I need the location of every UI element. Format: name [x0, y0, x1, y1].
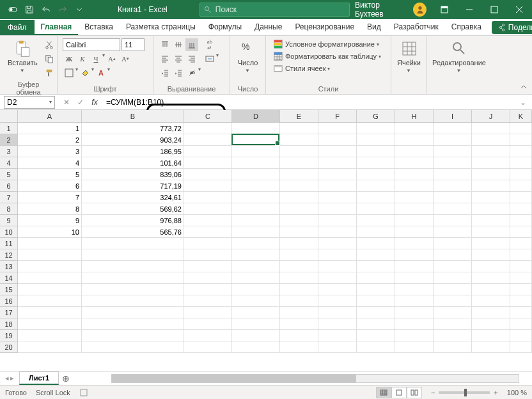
- column-header[interactable]: C: [184, 110, 232, 123]
- cell[interactable]: [318, 157, 357, 169]
- cell[interactable]: 8: [18, 203, 82, 215]
- cell[interactable]: 10: [18, 226, 82, 238]
- cell[interactable]: [434, 341, 472, 353]
- horizontal-scrollbar[interactable]: [111, 374, 519, 383]
- cell[interactable]: [472, 192, 510, 203]
- tab-help[interactable]: Справка: [445, 19, 488, 35]
- normal-view-button[interactable]: [376, 387, 391, 398]
- cell[interactable]: [472, 169, 510, 180]
- redo-button[interactable]: [55, 2, 70, 17]
- decrease-indent-button[interactable]: [159, 66, 171, 79]
- cell[interactable]: [82, 272, 184, 284]
- cell[interactable]: [18, 238, 82, 249]
- cell[interactable]: [472, 226, 510, 238]
- ribbon-display-options[interactable]: [432, 0, 457, 19]
- column-header[interactable]: K: [510, 110, 532, 123]
- cell[interactable]: 6: [18, 180, 82, 192]
- cell[interactable]: [184, 157, 232, 169]
- cell-styles-button[interactable]: Стили ячеек▾: [271, 63, 386, 74]
- row-header[interactable]: 1: [0, 123, 18, 134]
- cell[interactable]: [18, 272, 82, 284]
- cell[interactable]: [395, 261, 434, 272]
- conditional-formatting-button[interactable]: Условное форматирование▾: [271, 38, 386, 50]
- cell[interactable]: [280, 307, 318, 318]
- cell[interactable]: [357, 203, 395, 215]
- cell[interactable]: [510, 284, 532, 295]
- add-sheet-button[interactable]: ⊕: [59, 373, 73, 384]
- insert-function-button[interactable]: fx: [88, 96, 101, 109]
- cell[interactable]: 9: [18, 215, 82, 226]
- row-header[interactable]: 18: [0, 318, 18, 330]
- fill-color-button[interactable]: [79, 66, 91, 79]
- row-header[interactable]: 9: [0, 215, 18, 226]
- cell[interactable]: [510, 238, 532, 249]
- cell[interactable]: [280, 215, 318, 226]
- cell[interactable]: [510, 203, 532, 215]
- cell[interactable]: [434, 146, 472, 157]
- cell[interactable]: [434, 180, 472, 192]
- cell[interactable]: [510, 215, 532, 226]
- sheet-nav-next-icon[interactable]: ▸: [10, 374, 14, 382]
- cell[interactable]: [510, 261, 532, 272]
- collapse-ribbon-button[interactable]: [518, 81, 529, 93]
- cell[interactable]: [318, 192, 357, 203]
- cell[interactable]: [184, 169, 232, 180]
- paste-button[interactable]: Вставить ▼: [5, 38, 40, 75]
- cell[interactable]: [510, 123, 532, 134]
- cell[interactable]: [395, 284, 434, 295]
- cell[interactable]: [357, 330, 395, 341]
- cell[interactable]: [395, 249, 434, 261]
- enter-formula-button[interactable]: ✓: [74, 96, 87, 109]
- cell[interactable]: [318, 169, 357, 180]
- cell[interactable]: [357, 272, 395, 284]
- cell[interactable]: [82, 307, 184, 318]
- cell[interactable]: [357, 341, 395, 353]
- qat-customize[interactable]: [72, 2, 87, 17]
- cell[interactable]: [434, 330, 472, 341]
- merge-cells-button[interactable]: [203, 52, 216, 65]
- underline-button[interactable]: Ч: [90, 52, 102, 65]
- cell[interactable]: [232, 123, 280, 134]
- tab-home[interactable]: Главная: [35, 19, 79, 35]
- cell[interactable]: [510, 318, 532, 330]
- cell[interactable]: [472, 215, 510, 226]
- search-box[interactable]: Поиск: [199, 3, 350, 17]
- cell[interactable]: [280, 284, 318, 295]
- cell[interactable]: [18, 318, 82, 330]
- cell[interactable]: [280, 238, 318, 249]
- cell[interactable]: [434, 192, 472, 203]
- cell[interactable]: [510, 169, 532, 180]
- cell[interactable]: [395, 180, 434, 192]
- align-bottom-button[interactable]: [185, 38, 198, 51]
- row-header[interactable]: 11: [0, 238, 18, 249]
- align-left-button[interactable]: [159, 52, 171, 65]
- zoom-in-button[interactable]: +: [494, 389, 497, 396]
- cell[interactable]: [395, 203, 434, 215]
- row-header[interactable]: 13: [0, 261, 18, 272]
- cell[interactable]: [280, 226, 318, 238]
- format-as-table-button[interactable]: Форматировать как таблицу▾: [271, 51, 386, 62]
- cell[interactable]: [434, 249, 472, 261]
- cell[interactable]: [232, 307, 280, 318]
- cell[interactable]: [318, 249, 357, 261]
- cell[interactable]: [472, 272, 510, 284]
- wrap-text-button[interactable]: ab↵: [203, 38, 216, 51]
- cell[interactable]: [395, 123, 434, 134]
- cell[interactable]: [395, 134, 434, 146]
- cell[interactable]: [318, 123, 357, 134]
- row-header[interactable]: 20: [0, 341, 18, 353]
- cell[interactable]: [280, 318, 318, 330]
- tab-developer[interactable]: Разработчик: [387, 19, 445, 35]
- cell[interactable]: [280, 341, 318, 353]
- cell[interactable]: [434, 123, 472, 134]
- cell[interactable]: [510, 272, 532, 284]
- cell[interactable]: [280, 146, 318, 157]
- cell[interactable]: 7: [18, 192, 82, 203]
- row-header[interactable]: 15: [0, 284, 18, 295]
- tab-review[interactable]: Рецензирование: [288, 19, 361, 35]
- cell[interactable]: [434, 272, 472, 284]
- cell[interactable]: [434, 203, 472, 215]
- row-header[interactable]: 3: [0, 146, 18, 157]
- cells-button[interactable]: Ячейки ▼: [396, 38, 421, 75]
- cell[interactable]: [232, 330, 280, 341]
